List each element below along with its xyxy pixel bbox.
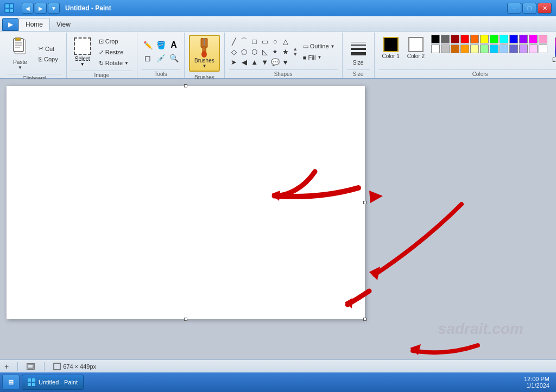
- color2-selector[interactable]: Color 2: [404, 35, 428, 61]
- swatch-lightorange[interactable]: [460, 45, 469, 53]
- outline-label: Outline: [310, 43, 329, 49]
- swatch-cyan[interactable]: [500, 35, 508, 43]
- shape-heart[interactable]: ♥: [281, 57, 290, 67]
- start-button[interactable]: ⊞: [2, 375, 20, 390]
- pencil-tool[interactable]: ✏️: [142, 39, 154, 51]
- swatch-lightblue[interactable]: [490, 45, 498, 53]
- paste-button[interactable]: Paste ▼: [7, 35, 34, 73]
- shape-star5[interactable]: ★: [281, 47, 290, 56]
- shape-rect[interactable]: □: [250, 36, 260, 46]
- swatch-gray[interactable]: [441, 35, 450, 43]
- svg-rect-21: [28, 364, 33, 368]
- status-canvas-icon: [27, 363, 35, 370]
- handle-bottom-right[interactable]: [363, 318, 367, 321]
- shape-arrow-up[interactable]: ▲: [250, 57, 260, 67]
- resize-button[interactable]: ⤢ Resize: [95, 47, 132, 58]
- shape-pentagon[interactable]: ⬠: [239, 47, 249, 56]
- canvas-scroll: [0, 79, 556, 359]
- magnify-tool[interactable]: 🔍: [168, 52, 180, 64]
- swatch-lavender[interactable]: [519, 45, 528, 53]
- swatch-yellow[interactable]: [480, 35, 489, 43]
- fill-icon: ■: [303, 54, 307, 61]
- main-content: ▶ Home View: [0, 16, 556, 372]
- swatch-red[interactable]: [460, 35, 469, 43]
- cut-label: Cut: [45, 46, 54, 52]
- color-pick-tool[interactable]: 💉: [155, 52, 167, 64]
- cut-button[interactable]: ✂ Cut: [35, 43, 62, 54]
- tab-home[interactable]: Home: [18, 18, 50, 31]
- canvas[interactable]: [7, 86, 365, 319]
- shape-star4[interactable]: ✦: [270, 47, 280, 56]
- swatch-magenta[interactable]: [529, 35, 538, 43]
- rotate-arrow: ▼: [124, 61, 129, 66]
- canvas-icon: [27, 363, 35, 370]
- svg-rect-26: [32, 383, 35, 386]
- shape-hex[interactable]: ⬡: [250, 47, 260, 56]
- status-left: +: [4, 362, 9, 371]
- shape-arrow-down[interactable]: ▼: [260, 57, 270, 67]
- swatch-white[interactable]: [431, 45, 440, 53]
- down-btn[interactable]: ▼: [48, 3, 60, 14]
- color1-selector[interactable]: Color 1: [379, 35, 403, 61]
- brushes-button[interactable]: Brushes ▼: [189, 35, 220, 72]
- swatch-darkred[interactable]: [451, 35, 459, 43]
- paste-arrow: ▼: [18, 65, 22, 70]
- shape-triangle[interactable]: △: [281, 36, 290, 46]
- swatch-lightpink[interactable]: [529, 45, 538, 53]
- swatch-silver[interactable]: [441, 45, 450, 53]
- select-button[interactable]: Select ▼: [71, 35, 94, 69]
- swatch-orange[interactable]: [470, 35, 479, 43]
- tab-view[interactable]: View: [50, 18, 77, 31]
- canvas-area[interactable]: sadrait.com: [0, 79, 556, 359]
- shape-callout[interactable]: 💬: [270, 57, 280, 67]
- eraser-tool[interactable]: ◻: [142, 52, 154, 64]
- scroll-down[interactable]: ▼: [293, 52, 298, 57]
- swatch-lightgreen[interactable]: [480, 45, 489, 53]
- status-dimensions: 674 × 449px: [53, 363, 96, 370]
- taskbar-paint-icon: [28, 378, 35, 386]
- swatch-lightyellow[interactable]: [470, 45, 479, 53]
- swatch-black[interactable]: [431, 35, 440, 43]
- shape-ellipse[interactable]: ○: [270, 36, 280, 46]
- handle-top-center[interactable]: [184, 84, 187, 87]
- swatch-cornflower[interactable]: [500, 45, 508, 53]
- close-btn[interactable]: ✕: [538, 3, 552, 14]
- outline-arrow: ▼: [331, 44, 335, 49]
- fill-button[interactable]: ■ Fill ▼: [300, 53, 338, 62]
- edit-colors-button[interactable]: Edit colors: [548, 35, 556, 66]
- color1-box: [383, 37, 399, 52]
- minimize-btn[interactable]: –: [507, 3, 521, 14]
- forward-btn[interactable]: ▶: [35, 3, 47, 14]
- text-tool[interactable]: A: [168, 39, 180, 51]
- add-icon: +: [4, 362, 9, 371]
- handle-bottom-center[interactable]: [184, 318, 187, 321]
- swatch-pink[interactable]: [539, 35, 547, 43]
- fill-tool[interactable]: 🪣: [155, 39, 167, 51]
- swatch-brown[interactable]: [451, 45, 459, 53]
- crop-button[interactable]: ⊡ Crop: [95, 36, 132, 47]
- app-menu-button[interactable]: ▶: [2, 18, 18, 31]
- swatch-purple[interactable]: [519, 35, 528, 43]
- shape-curve[interactable]: ⌒: [239, 36, 249, 46]
- taskbar-paint[interactable]: Untitled - Paint: [22, 375, 84, 390]
- shape-rect-round[interactable]: ▭: [260, 36, 270, 46]
- shape-line[interactable]: ╱: [229, 36, 239, 46]
- shape-diamond[interactable]: ◇: [229, 47, 239, 56]
- size-button[interactable]: Size: [347, 35, 370, 68]
- copy-button[interactable]: ⎘ Copy: [35, 54, 62, 64]
- outline-button[interactable]: ▭ Outline ▼: [300, 41, 338, 52]
- scroll-up[interactable]: ▲: [293, 46, 298, 52]
- title-controls: – □ ✕: [507, 3, 552, 14]
- shape-right-tri[interactable]: ◺: [260, 47, 270, 56]
- back-btn[interactable]: ◀: [22, 3, 34, 14]
- swatch-green[interactable]: [490, 35, 498, 43]
- shape-arrow-right[interactable]: ➤: [229, 57, 239, 67]
- handle-right-center[interactable]: [363, 201, 367, 204]
- swatch-indigo[interactable]: [509, 45, 518, 53]
- swatch-white2[interactable]: [539, 45, 547, 53]
- rotate-button[interactable]: ↻ Rotate ▼: [95, 58, 132, 68]
- maximize-btn[interactable]: □: [522, 3, 536, 14]
- shape-arrow-left[interactable]: ◀: [239, 57, 249, 67]
- shapes-grid: ╱ ⌒ □ ▭ ○ △ ◇ ⬠ ⬡ ◺ ✦ ★: [229, 36, 290, 67]
- swatch-blue[interactable]: [509, 35, 518, 43]
